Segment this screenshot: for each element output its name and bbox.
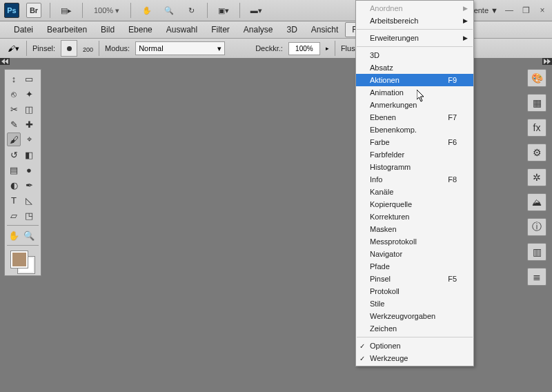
menu-item-korrekturen[interactable]: Korrekturen: [356, 210, 473, 223]
menu-item-farbe[interactable]: FarbeF6: [356, 136, 473, 148]
menu-item-ebenen[interactable]: EbenenF7: [356, 111, 473, 124]
film-icon[interactable]: ▤▸: [59, 3, 74, 18]
menu-bearbeiten[interactable]: Bearbeiten: [40, 22, 94, 37]
tool-stamp[interactable]: ⌖: [22, 133, 36, 146]
menu-item-anmerkungen[interactable]: Anmerkungen: [356, 99, 473, 111]
photoshop-logo[interactable]: Ps: [4, 3, 19, 18]
tool-zoom[interactable]: 🔍: [22, 228, 36, 242]
tool-path[interactable]: ◺: [22, 193, 36, 207]
tool-marquee[interactable]: ▭: [22, 72, 36, 86]
bridge-logo[interactable]: Br: [26, 3, 41, 18]
menu-item-zeichen[interactable]: Zeichen: [356, 322, 473, 335]
hand-tool-icon[interactable]: ✋: [139, 3, 155, 18]
modus-label: Modus:: [105, 44, 130, 52]
menu-item-pfade[interactable]: Pfade: [356, 260, 473, 273]
tool-move[interactable]: ↕: [7, 72, 21, 86]
opacity-input[interactable]: 100%: [288, 42, 320, 55]
tool-crop[interactable]: ✂: [7, 102, 21, 116]
tool-eraser[interactable]: ◧: [22, 148, 36, 161]
collapse-right[interactable]: [542, 58, 552, 65]
zoom-tool-icon[interactable]: 🔍: [161, 3, 177, 18]
fenster-menu: Anordnen▶Arbeitsbereich▶Erweiterungen▶3D…: [355, 0, 474, 366]
brush-label: Pinsel:: [32, 44, 55, 52]
tool-type[interactable]: T: [7, 193, 21, 207]
color-icon[interactable]: 🎨: [527, 69, 546, 87]
menu-item-farbfelder[interactable]: Farbfelder: [356, 148, 473, 161]
arrange-icon[interactable]: ▣▾: [216, 3, 231, 18]
menu-item-3d[interactable]: 3D: [356, 49, 473, 61]
menu-item-animation[interactable]: Animation: [356, 86, 473, 99]
menu-item-histogramm[interactable]: Histogramm: [356, 161, 473, 173]
tool-dodge[interactable]: ◐: [7, 178, 21, 192]
tool-gradient[interactable]: ▤: [7, 163, 21, 177]
tool-hand[interactable]: ✋: [7, 228, 21, 242]
tools-panel: ↕▭⎋✦✂◫✎✚🖌⌖↺◧▤●◐✒T◺▱◳✋🔍: [4, 69, 41, 276]
menu-item-navigator[interactable]: Navigator: [356, 248, 473, 260]
menu-item-optionen[interactable]: ✓Optionen: [356, 340, 473, 352]
tool-pen[interactable]: ✒: [22, 178, 36, 192]
menu-item-kanle[interactable]: Kanäle: [356, 186, 473, 198]
screen-mode-icon[interactable]: ▬▾: [248, 3, 264, 18]
histogram-icon[interactable]: ⛰: [527, 193, 546, 211]
tool-repair[interactable]: ✚: [22, 117, 36, 131]
menu-bild[interactable]: Bild: [94, 22, 121, 37]
zoom-level[interactable]: 100% ▾: [91, 6, 122, 15]
nav-icon[interactable]: ✲: [527, 168, 546, 186]
tool-brush[interactable]: 🖌: [7, 133, 21, 146]
tool-blur[interactable]: ●: [22, 163, 36, 177]
opacity-label: Deckkr.:: [255, 44, 283, 52]
menu-datei[interactable]: Datei: [7, 22, 40, 37]
close-button[interactable]: ×: [537, 6, 548, 15]
menu-3d[interactable]: 3D: [280, 22, 304, 37]
tool-eyedropper[interactable]: ✎: [7, 117, 21, 131]
menu-item-erweiterungen[interactable]: Erweiterungen▶: [356, 32, 473, 44]
tool-history[interactable]: ↺: [7, 148, 21, 161]
menu-analyse[interactable]: Analyse: [237, 22, 280, 37]
menu-item-werkzeuge[interactable]: ✓Werkzeuge: [356, 352, 473, 364]
tool-preset-icon[interactable]: 🖌▾: [6, 41, 21, 56]
tool-lasso[interactable]: ⎋: [7, 87, 21, 101]
tool-magic-wand[interactable]: ✦: [22, 87, 36, 101]
menu-ebene[interactable]: Ebene: [121, 22, 159, 37]
menu-item-messprotokoll[interactable]: Messprotokoll: [356, 235, 473, 248]
layers-icon[interactable]: ▥: [527, 243, 546, 261]
menu-item-stile[interactable]: Stile: [356, 297, 473, 310]
menu-filter[interactable]: Filter: [204, 22, 237, 37]
menu-item-ebenenkomp[interactable]: Ebenenkomp.: [356, 124, 473, 136]
collapse-left[interactable]: [0, 58, 10, 65]
menu-item-werkzeugvorgaben[interactable]: Werkzeugvorgaben: [356, 310, 473, 322]
minimize-button[interactable]: —: [504, 6, 515, 15]
menu-item-pinsel[interactable]: PinselF5: [356, 273, 473, 285]
menu-item-anordnen: Anordnen▶: [356, 2, 473, 14]
restore-button[interactable]: ❐: [520, 6, 531, 15]
menu-item-aktionen[interactable]: AktionenF9: [356, 74, 473, 86]
info-icon[interactable]: ⓘ: [527, 218, 546, 236]
rotate-view-icon[interactable]: ↻: [184, 3, 199, 18]
right-panel-strip: 🎨▦fx⚙✲⛰ⓘ▥≣: [527, 69, 548, 286]
menu-item-arbeitsbereich[interactable]: Arbeitsbereich▶: [356, 14, 473, 27]
menu-item-masken[interactable]: Masken: [356, 223, 473, 235]
brush-size: 200: [83, 46, 93, 53]
styles-icon[interactable]: fx: [527, 119, 546, 137]
brush-preview[interactable]: [61, 40, 77, 57]
channels-icon[interactable]: ≣: [527, 268, 546, 286]
menu-ansicht[interactable]: Ansicht: [304, 22, 345, 37]
adjust-icon[interactable]: ⚙: [527, 144, 546, 161]
swatches-icon[interactable]: ▦: [527, 94, 546, 112]
mode-select[interactable]: Normal▾: [135, 41, 225, 55]
menu-item-absatz[interactable]: Absatz: [356, 61, 473, 74]
tool-3d[interactable]: ◳: [22, 208, 36, 222]
menu-item-info[interactable]: InfoF8: [356, 173, 473, 186]
color-swatches[interactable]: [7, 250, 39, 273]
tool-shape[interactable]: ▱: [7, 208, 21, 222]
menu-item-protokoll[interactable]: Protokoll: [356, 285, 473, 297]
menu-auswahl[interactable]: Auswahl: [159, 22, 204, 37]
menu-item-kopierquelle[interactable]: Kopierquelle: [356, 198, 473, 210]
workspace-label[interactable]: ente ▼: [474, 6, 498, 14]
tool-slice[interactable]: ◫: [22, 102, 36, 116]
